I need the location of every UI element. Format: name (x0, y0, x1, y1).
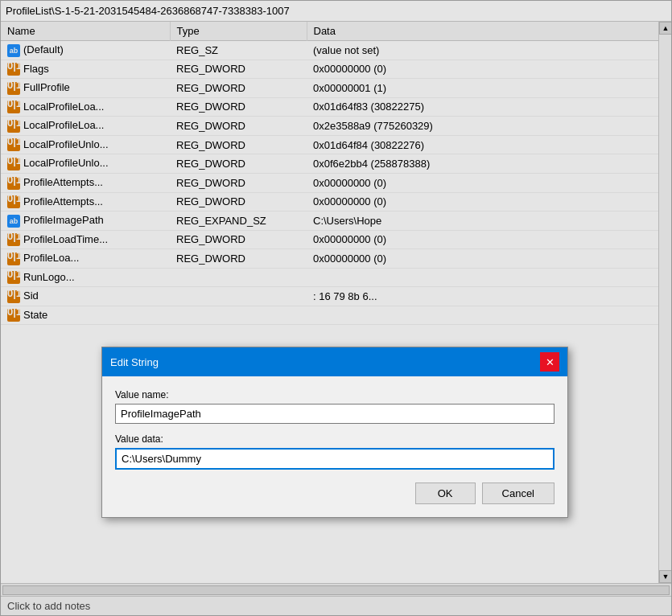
value-name-label: Value name: (115, 389, 555, 400)
dialog-titlebar: Edit String ✕ (102, 347, 567, 376)
value-data-input[interactable] (115, 448, 555, 470)
value-data-label: Value data: (115, 433, 555, 445)
modal-overlay: Edit String ✕ Value name: Value data: OK… (1, 1, 671, 615)
dialog-buttons: OK Cancel (115, 483, 555, 504)
edit-string-dialog: Edit String ✕ Value name: Value data: OK… (101, 347, 568, 518)
cancel-button[interactable]: Cancel (482, 483, 555, 504)
dialog-close-button[interactable]: ✕ (540, 352, 559, 372)
value-name-input[interactable] (115, 404, 555, 424)
registry-window: ProfileList\S-1-5-21-2031545484-26368687… (0, 0, 672, 616)
dialog-title: Edit String (110, 356, 159, 368)
ok-button[interactable]: OK (415, 483, 476, 504)
dialog-body: Value name: Value data: OK Cancel (102, 376, 567, 517)
